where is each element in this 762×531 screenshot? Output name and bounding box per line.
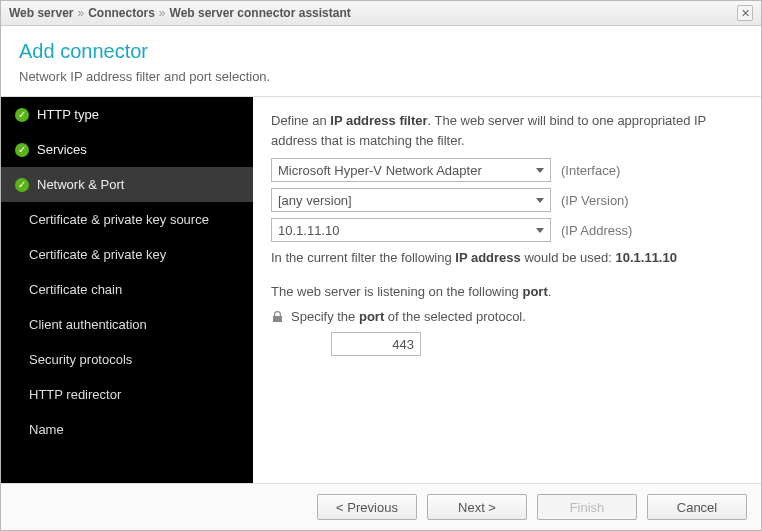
sidebar-item-label: Certificate & private key <box>29 247 166 262</box>
finish-button: Finish <box>537 494 637 520</box>
lock-icon <box>271 311 283 323</box>
sidebar-item-label: Certificate chain <box>29 282 122 297</box>
titlebar: Web server » Connectors » Web server con… <box>1 1 761 26</box>
close-button[interactable]: ✕ <box>737 5 753 21</box>
breadcrumb-sep: » <box>77 6 84 20</box>
sidebar-item-cert-key[interactable]: Certificate & private key <box>1 237 253 272</box>
specify-text: Specify the port of the selected protoco… <box>291 309 526 324</box>
sidebar-item-http-redirector[interactable]: HTTP redirector <box>1 377 253 412</box>
breadcrumb: Web server » Connectors » Web server con… <box>9 6 351 20</box>
previous-button[interactable]: < Previous <box>317 494 417 520</box>
specify-port-row: Specify the port of the selected protoco… <box>271 309 743 324</box>
ipaddress-label: (IP Address) <box>561 223 632 238</box>
main-content: Define an IP address filter. The web ser… <box>253 97 761 483</box>
check-icon: ✓ <box>15 143 29 157</box>
sidebar-item-client-auth[interactable]: Client authentication <box>1 307 253 342</box>
breadcrumb-item[interactable]: Web server <box>9 6 73 20</box>
text: The web server is listening on the follo… <box>271 284 522 299</box>
sidebar-item-label: HTTP type <box>37 107 99 122</box>
sidebar-item-services[interactable]: ✓ Services <box>1 132 253 167</box>
intro-text: Define an IP address filter. The web ser… <box>271 111 743 150</box>
select-value: [any version] <box>278 193 352 208</box>
sidebar-item-network-port[interactable]: ✓ Network & Port <box>1 167 253 202</box>
sidebar-item-label: Services <box>37 142 87 157</box>
check-icon: ✓ <box>15 108 29 122</box>
text-bold: IP address filter <box>330 113 427 128</box>
text: of the selected protocol. <box>384 309 526 324</box>
text-bold: port <box>522 284 547 299</box>
ipversion-select[interactable]: [any version] <box>271 188 551 212</box>
row-ipaddress: 10.1.11.10 (IP Address) <box>271 218 743 242</box>
row-interface: Microsoft Hyper-V Network Adapter (Inter… <box>271 158 743 182</box>
breadcrumb-item[interactable]: Connectors <box>88 6 155 20</box>
check-icon: ✓ <box>15 178 29 192</box>
text-bold: 10.1.11.10 <box>615 250 676 265</box>
sidebar-item-label: Network & Port <box>37 177 124 192</box>
sidebar-item-cert-chain[interactable]: Certificate chain <box>1 272 253 307</box>
interface-select[interactable]: Microsoft Hyper-V Network Adapter <box>271 158 551 182</box>
cancel-button[interactable]: Cancel <box>647 494 747 520</box>
breadcrumb-sep: » <box>159 6 166 20</box>
breadcrumb-item: Web server connector assistant <box>170 6 351 20</box>
dialog-footer: < Previous Next > Finish Cancel <box>1 483 761 530</box>
page-subtitle: Network IP address filter and port selec… <box>19 69 743 84</box>
close-icon: ✕ <box>741 7 750 20</box>
text: In the current filter the following <box>271 250 455 265</box>
sidebar-item-label: Client authentication <box>29 317 147 332</box>
text-bold: IP address <box>455 250 521 265</box>
row-ipversion: [any version] (IP Version) <box>271 188 743 212</box>
sidebar-item-name[interactable]: Name <box>1 412 253 447</box>
dialog-window: Web server » Connectors » Web server con… <box>0 0 762 531</box>
text-bold: port <box>359 309 384 324</box>
sidebar-item-label: Certificate & private key source <box>29 212 209 227</box>
dialog-header: Add connector Network IP address filter … <box>1 26 761 97</box>
sidebar-item-security-protocols[interactable]: Security protocols <box>1 342 253 377</box>
port-input[interactable] <box>331 332 421 356</box>
page-title: Add connector <box>19 40 743 63</box>
current-filter-text: In the current filter the following IP a… <box>271 248 743 268</box>
text: Specify the <box>291 309 359 324</box>
sidebar-item-label: Name <box>29 422 64 437</box>
wizard-sidebar: ✓ HTTP type ✓ Services ✓ Network & Port … <box>1 97 253 483</box>
next-button[interactable]: Next > <box>427 494 527 520</box>
ipaddress-select[interactable]: 10.1.11.10 <box>271 218 551 242</box>
select-value: Microsoft Hyper-V Network Adapter <box>278 163 482 178</box>
text: . <box>548 284 552 299</box>
sidebar-item-label: Security protocols <box>29 352 132 367</box>
sidebar-item-label: HTTP redirector <box>29 387 121 402</box>
sidebar-item-cert-source[interactable]: Certificate & private key source <box>1 202 253 237</box>
listening-text: The web server is listening on the follo… <box>271 282 743 302</box>
select-value: 10.1.11.10 <box>278 223 339 238</box>
sidebar-item-http-type[interactable]: ✓ HTTP type <box>1 97 253 132</box>
text: would be used: <box>521 250 616 265</box>
interface-label: (Interface) <box>561 163 620 178</box>
dialog-body: ✓ HTTP type ✓ Services ✓ Network & Port … <box>1 97 761 483</box>
text: Define an <box>271 113 330 128</box>
ipversion-label: (IP Version) <box>561 193 629 208</box>
